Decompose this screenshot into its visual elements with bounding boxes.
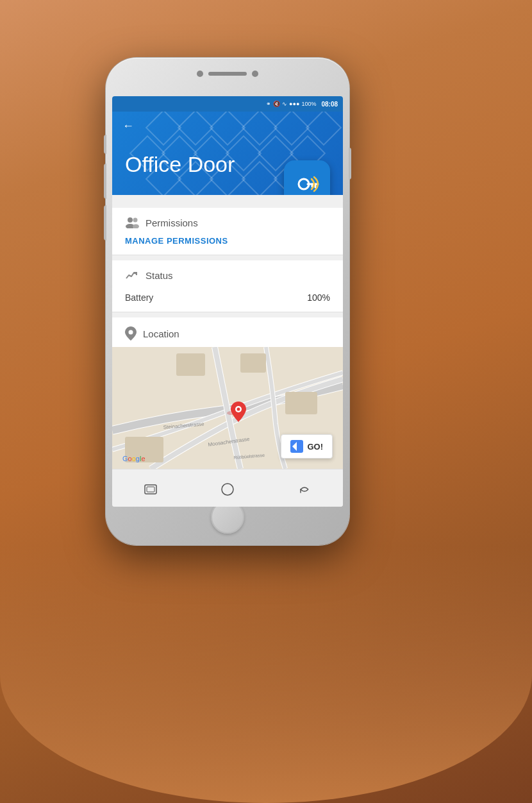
permissions-header: Permissions <box>112 208 343 235</box>
battery-value: 100% <box>307 292 330 303</box>
status-bar: ⚭ 🔇 ∿ ●●● 100% 08:08 <box>112 96 343 112</box>
bixby-button <box>104 205 106 241</box>
power-button <box>349 148 351 180</box>
signal-icon: ●●● <box>289 101 299 107</box>
svg-point-6 <box>133 218 138 223</box>
status-header: Status <box>112 260 343 287</box>
go-label: GO! <box>307 442 323 452</box>
status-section: Status Battery 100% <box>112 260 343 312</box>
recent-apps-button[interactable] <box>141 480 160 499</box>
location-header: Location <box>112 317 343 347</box>
svg-rect-12 <box>285 392 317 414</box>
back-nav-icon <box>298 484 311 495</box>
app-icon <box>284 160 330 195</box>
scroll-content[interactable]: Permissions MANAGE PERMISSIONS Status <box>112 195 343 475</box>
recent-apps-icon <box>144 484 157 494</box>
status-label: Status <box>145 270 173 281</box>
mute-icon: 🔇 <box>273 101 280 107</box>
permissions-label: Permissions <box>145 217 198 228</box>
volume-up-button <box>104 135 106 154</box>
svg-rect-23 <box>147 487 154 492</box>
location-pin-icon <box>125 326 137 341</box>
home-nav-button[interactable] <box>218 480 237 499</box>
volume-down-button <box>104 164 106 199</box>
permissions-section: Permissions MANAGE PERMISSIONS <box>112 208 343 255</box>
svg-point-4 <box>128 217 133 223</box>
front-sensor <box>252 71 258 77</box>
map-container[interactable]: Steinacherstrasse Moosacherstrasse Rütib… <box>112 347 343 469</box>
svg-point-8 <box>129 330 133 335</box>
svg-point-19 <box>237 408 240 411</box>
back-nav-button[interactable] <box>295 480 314 499</box>
battery-icon: 100% <box>301 101 316 107</box>
svg-point-7 <box>133 224 139 229</box>
back-button[interactable]: ← <box>122 119 134 133</box>
chart-icon <box>125 269 139 281</box>
home-nav-icon <box>220 482 235 496</box>
phone-screen: ⚭ 🔇 ∿ ●●● 100% 08:08 <box>112 96 343 507</box>
screen-title: Office Door <box>125 152 235 177</box>
go-button[interactable]: GO! <box>281 434 333 459</box>
battery-label: Battery <box>125 292 153 303</box>
battery-row: Battery 100% <box>112 287 343 312</box>
wifi-icon: ∿ <box>282 101 287 107</box>
map-pin <box>231 402 246 425</box>
front-camera <box>197 71 203 77</box>
app-header: ← Office Door <box>112 112 343 195</box>
people-icon <box>125 217 139 228</box>
nav-bar <box>112 475 343 507</box>
location-label: Location <box>143 328 179 339</box>
location-section: Location <box>112 317 343 469</box>
svg-point-24 <box>222 484 233 495</box>
svg-rect-11 <box>240 353 266 373</box>
key-icon <box>294 170 320 195</box>
navigate-icon <box>290 440 303 453</box>
phone-device: ⚭ 🔇 ∿ ●●● 100% 08:08 <box>106 58 349 545</box>
status-time: 08:08 <box>321 101 338 108</box>
speaker-grill <box>208 72 247 76</box>
google-logo: Google <box>122 455 145 462</box>
bluetooth-icon: ⚭ <box>266 101 271 107</box>
svg-rect-13 <box>176 353 205 376</box>
manage-permissions-button[interactable]: MANAGE PERMISSIONS <box>112 235 343 255</box>
